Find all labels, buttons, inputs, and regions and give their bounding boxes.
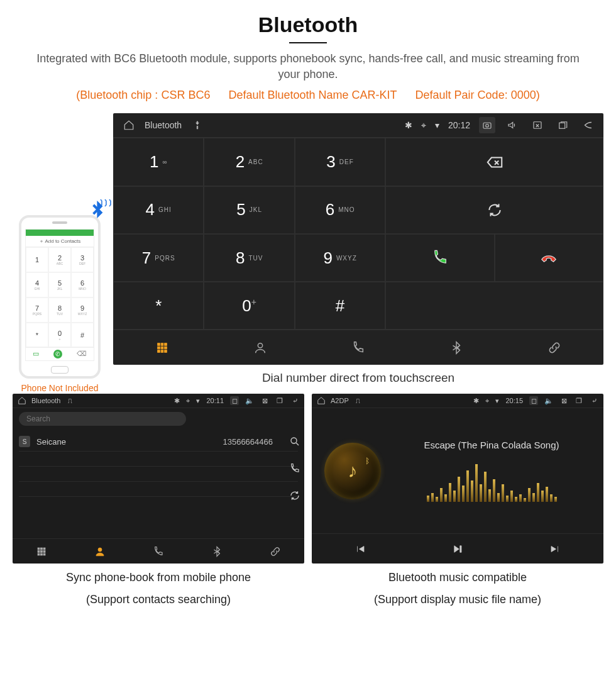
eq-bar bbox=[471, 480, 473, 502]
volume-icon[interactable] bbox=[504, 117, 520, 133]
location-icon: ⌖ bbox=[485, 397, 489, 405]
nav-bluetooth[interactable] bbox=[407, 330, 505, 365]
svg-rect-0 bbox=[483, 123, 491, 129]
mini-key: 5JKL bbox=[48, 272, 71, 297]
dial-key-3[interactable]: 3DEF bbox=[295, 138, 385, 186]
wifi-icon: ▾ bbox=[435, 120, 439, 130]
home-icon[interactable] bbox=[317, 396, 326, 405]
nav-recent-calls[interactable] bbox=[309, 330, 407, 365]
back-icon[interactable]: ⤶ bbox=[590, 396, 598, 405]
nav-recent-calls[interactable] bbox=[129, 539, 188, 564]
eq-bar bbox=[497, 493, 500, 502]
recent-apps-icon[interactable]: ❐ bbox=[275, 396, 284, 405]
contact-row-empty bbox=[19, 482, 298, 497]
nav-contacts[interactable] bbox=[71, 539, 129, 564]
nav-pairing[interactable] bbox=[505, 330, 603, 365]
nav-contacts[interactable] bbox=[211, 330, 309, 365]
dial-key-1[interactable]: 1∞ bbox=[113, 138, 204, 186]
contact-row[interactable]: S Seicane 13566664466 bbox=[19, 432, 298, 452]
close-app-icon[interactable] bbox=[529, 117, 546, 133]
contact-row-empty bbox=[19, 467, 298, 482]
close-app-icon[interactable]: ⊠ bbox=[559, 396, 568, 405]
dial-key-#[interactable]: # bbox=[295, 282, 385, 330]
dial-key-*[interactable]: * bbox=[113, 282, 204, 330]
home-icon[interactable] bbox=[18, 396, 26, 405]
svg-rect-8 bbox=[161, 347, 163, 349]
wifi-icon: ▾ bbox=[196, 397, 200, 405]
nav-dialpad[interactable] bbox=[13, 539, 71, 564]
dial-key-7[interactable]: 7PQRS bbox=[113, 234, 204, 282]
mini-key: 8TUV bbox=[48, 297, 71, 323]
dial-key-5[interactable]: 5JKL bbox=[204, 186, 294, 234]
hangup-button[interactable] bbox=[495, 234, 603, 282]
sync-icon[interactable] bbox=[289, 490, 300, 503]
dial-key-6[interactable]: 6MNO bbox=[295, 186, 385, 234]
search-input[interactable] bbox=[19, 412, 186, 426]
description: Integrated with BC6 Bluetooth module, su… bbox=[0, 51, 616, 82]
screenshot-icon[interactable] bbox=[479, 117, 495, 133]
svg-rect-7 bbox=[158, 347, 160, 349]
backspace-button[interactable] bbox=[385, 138, 603, 186]
svg-rect-5 bbox=[161, 343, 163, 346]
contact-row-empty bbox=[19, 452, 298, 467]
dial-key-9[interactable]: 9WXYZ bbox=[295, 234, 385, 282]
dial-key-0[interactable]: 0+ bbox=[204, 282, 294, 330]
nav-dialpad[interactable] bbox=[113, 330, 211, 365]
contact-name: Seicane bbox=[36, 437, 66, 447]
mini-key: 7PQRS bbox=[26, 297, 48, 323]
screenshot-icon[interactable]: ◻ bbox=[230, 396, 239, 405]
eq-bar bbox=[480, 484, 482, 502]
status-time: 20:12 bbox=[448, 120, 470, 130]
eq-bar bbox=[462, 486, 465, 502]
eq-bar bbox=[506, 496, 509, 502]
status-bar: Bluetooth ⎍ ✱ ⌖ ▾ 20:11 ◻ 🔈 ⊠ ❐ ⤶ bbox=[13, 394, 304, 408]
close-app-icon[interactable]: ⊠ bbox=[260, 396, 269, 405]
usb-icon: ⎍ bbox=[65, 396, 74, 405]
svg-rect-18 bbox=[38, 550, 40, 552]
dial-icon: ✆ bbox=[53, 350, 62, 358]
status-time: 20:15 bbox=[505, 397, 523, 404]
sync-button[interactable] bbox=[385, 186, 603, 234]
recent-apps-icon[interactable] bbox=[554, 117, 571, 133]
svg-rect-20 bbox=[43, 550, 45, 552]
song-title: Escape (The Pina Colada Song) bbox=[392, 440, 591, 450]
call-button[interactable] bbox=[385, 234, 494, 282]
home-icon[interactable] bbox=[121, 117, 137, 133]
search-icon[interactable] bbox=[289, 436, 300, 449]
bottom-nav bbox=[113, 330, 603, 365]
svg-rect-3 bbox=[559, 123, 565, 129]
usb-icon bbox=[189, 117, 206, 133]
svg-rect-4 bbox=[158, 343, 160, 346]
spec-pair: Default Pair Code: 0000) bbox=[415, 89, 540, 101]
music-caption-1: Bluetooth music compatible bbox=[312, 570, 603, 585]
prev-track-button[interactable] bbox=[312, 534, 409, 564]
dial-key-8[interactable]: 8TUV bbox=[204, 234, 294, 282]
back-icon[interactable]: ⤶ bbox=[290, 396, 299, 405]
svg-rect-21 bbox=[38, 553, 40, 555]
music-panel: A2DP ⎍ ✱ ⌖ ▾ 20:15 ◻ 🔈 ⊠ ❐ ⤶ ♪ᛒ Escape (… bbox=[312, 394, 603, 564]
dial-key-2[interactable]: 2ABC bbox=[204, 138, 294, 186]
message-icon: ▭ bbox=[33, 350, 39, 358]
status-time: 20:11 bbox=[206, 397, 224, 404]
call-icon[interactable] bbox=[289, 463, 300, 476]
volume-icon[interactable]: 🔈 bbox=[544, 396, 553, 405]
svg-rect-12 bbox=[165, 350, 167, 353]
recent-apps-icon[interactable]: ❐ bbox=[575, 396, 583, 405]
equalizer bbox=[392, 458, 591, 502]
usb-icon: ⎍ bbox=[354, 396, 363, 405]
dial-key-4[interactable]: 4GHI bbox=[113, 186, 204, 234]
play-pause-button[interactable] bbox=[409, 534, 507, 564]
eq-bar bbox=[436, 497, 438, 502]
svg-rect-15 bbox=[38, 548, 40, 550]
nav-bluetooth[interactable] bbox=[187, 539, 246, 564]
bluetooth-status-icon: ✱ bbox=[405, 120, 412, 130]
screenshot-icon[interactable]: ◻ bbox=[529, 396, 538, 405]
volume-icon[interactable]: 🔈 bbox=[245, 396, 254, 405]
eq-bar bbox=[475, 464, 478, 502]
wifi-icon: ▾ bbox=[495, 397, 499, 405]
back-icon[interactable] bbox=[580, 117, 596, 133]
svg-rect-9 bbox=[165, 347, 167, 349]
nav-pairing[interactable] bbox=[246, 539, 304, 564]
contact-initial: S bbox=[19, 436, 30, 447]
next-track-button[interactable] bbox=[506, 534, 603, 564]
